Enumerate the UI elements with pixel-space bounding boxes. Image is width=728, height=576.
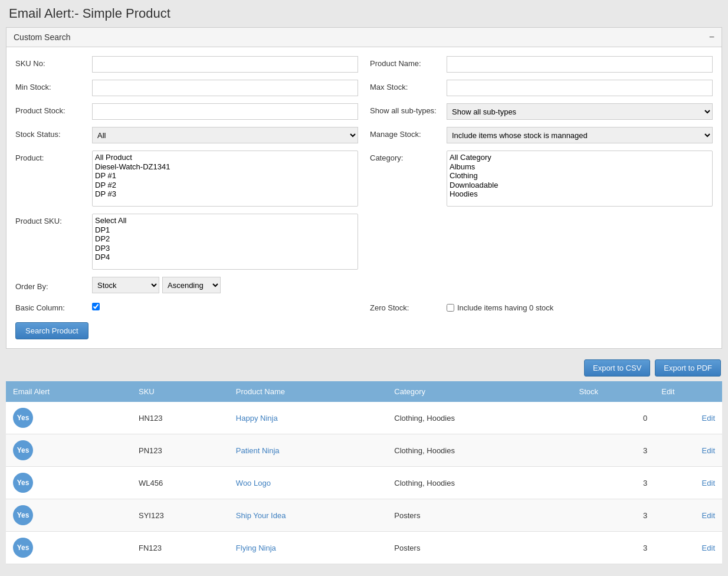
product-select[interactable]: All Product Diesel-Watch-DZ1341 DP #1 DP… (92, 150, 358, 207)
zero-stock-row: Zero Stock: Include items having 0 stock (370, 300, 713, 312)
product-sku-option-1: Select All (95, 216, 355, 225)
product-stock-label: Product Stock: (15, 103, 92, 115)
edit-link[interactable]: Edit (702, 544, 715, 552)
product-name-input[interactable] (447, 56, 713, 73)
table-row: Yes SYI123 Ship Your Idea Posters 3 Edit (6, 499, 722, 532)
product-name-label: Product Name: (370, 56, 447, 68)
show-subtypes-select[interactable]: Show all sub-types (447, 103, 713, 120)
min-stock-input[interactable] (92, 80, 358, 96)
cell-sku: FN123 (132, 532, 229, 564)
product-option-2: Diesel-Watch-DZ1341 (95, 162, 355, 172)
cell-edit: Edit (654, 402, 722, 434)
col-sku: SKU (132, 381, 229, 402)
cell-product-name: Patient Ninja (229, 434, 388, 467)
cell-product-name: Flying Ninja (229, 532, 388, 564)
cell-edit: Edit (654, 434, 722, 467)
search-product-button[interactable]: Search Product (15, 322, 88, 339)
cell-category: Posters (387, 499, 572, 532)
product-label: Product: (15, 150, 92, 162)
stock-status-label: Stock Status: (15, 127, 92, 139)
product-link[interactable]: Ship Your Idea (236, 511, 286, 520)
category-option-4: Downloadable (450, 181, 710, 190)
cell-sku: SYI123 (132, 499, 229, 532)
category-option-3: Clothing (450, 171, 710, 181)
category-option-5: Hoodies (450, 189, 710, 199)
order-by-field-select[interactable]: Stock Product Name SKU Category (92, 277, 159, 293)
order-by-row: Order By: Stock Product Name SKU Categor… (15, 277, 358, 293)
export-csv-button[interactable]: Export to CSV (584, 359, 650, 377)
edit-link[interactable]: Edit (702, 479, 715, 487)
zero-stock-checkbox[interactable] (447, 304, 454, 312)
stock-status-control: All (92, 127, 358, 143)
table-row: Yes HN123 Happy Ninja Clothing, Hoodies … (6, 402, 722, 434)
search-panel-header: Custom Search − (6, 28, 722, 47)
category-select[interactable]: All Category Albums Clothing Downloadabl… (447, 150, 713, 207)
cell-email-alert: Yes (6, 499, 132, 532)
cell-edit: Edit (654, 467, 722, 499)
order-by-selects: Stock Product Name SKU Category Ascendin… (92, 277, 221, 293)
product-option-1: All Product (95, 153, 355, 162)
product-stock-control (92, 103, 358, 120)
product-sku-select[interactable]: Select All DP1 DP2 DP3 DP4 (92, 214, 358, 270)
product-sku-option-2: DP1 (95, 225, 355, 235)
basic-column-checkbox-label (92, 303, 358, 310)
col-stock: Stock (572, 381, 654, 402)
sku-no-row: SKU No: (15, 56, 358, 73)
cell-sku: PN123 (132, 434, 229, 467)
product-link[interactable]: Woo Logo (236, 479, 271, 487)
product-stock-row: Product Stock: (15, 103, 358, 120)
page-title: Email Alert:- Simple Product (0, 0, 728, 27)
cell-category: Clothing, Hoodies (387, 434, 572, 467)
product-sku-row: Product SKU: Select All DP1 DP2 DP3 DP4 (15, 214, 358, 270)
sku-no-input[interactable] (92, 56, 358, 73)
form-grid: SKU No: Product Name: Min Stock: (15, 56, 713, 339)
show-subtypes-row: Show all sub-types: Show all sub-types (370, 103, 713, 120)
cell-sku: WL456 (132, 467, 229, 499)
product-link[interactable]: Happy Ninja (236, 414, 278, 423)
col-edit: Edit (654, 381, 722, 402)
order-direction-select[interactable]: Ascending Descending (162, 277, 221, 293)
export-bar: Export to CSV Export to PDF (0, 355, 728, 381)
max-stock-input[interactable] (447, 80, 713, 96)
min-stock-row: Min Stock: (15, 80, 358, 96)
sku-no-control (92, 56, 358, 73)
col-product-name: Product Name (229, 381, 388, 402)
edit-link[interactable]: Edit (702, 414, 715, 423)
cell-stock: 3 (572, 499, 654, 532)
sku-no-label: SKU No: (15, 56, 92, 68)
min-stock-label: Min Stock: (15, 80, 92, 91)
basic-column-control (92, 303, 358, 310)
product-link[interactable]: Patient Ninja (236, 446, 280, 455)
edit-link[interactable]: Edit (702, 511, 715, 520)
manage-stock-row: Manage Stock: Include items whose stock … (370, 127, 713, 143)
category-control: All Category Albums Clothing Downloadabl… (447, 150, 713, 207)
product-name-row: Product Name: (370, 56, 713, 73)
table-row: Yes FN123 Flying Ninja Posters 3 Edit (6, 532, 722, 564)
table-header-row: Email Alert SKU Product Name Category St… (6, 381, 722, 402)
cell-product-name: Happy Ninja (229, 402, 388, 434)
basic-column-checkbox[interactable] (92, 303, 100, 310)
max-stock-control (447, 80, 713, 96)
stock-status-select[interactable]: All (92, 127, 358, 143)
edit-link[interactable]: Edit (702, 446, 715, 455)
max-stock-label: Max Stock: (370, 80, 447, 91)
table-body: Yes HN123 Happy Ninja Clothing, Hoodies … (6, 402, 722, 564)
yes-badge: Yes (13, 440, 33, 460)
cell-email-alert: Yes (6, 434, 132, 467)
product-stock-input[interactable] (92, 103, 358, 120)
product-link[interactable]: Flying Ninja (236, 544, 276, 552)
product-option-4: DP #2 (95, 181, 355, 190)
product-sku-control: Select All DP1 DP2 DP3 DP4 (92, 214, 358, 270)
show-subtypes-label: Show all sub-types: (370, 103, 447, 115)
manage-stock-control: Include items whose stock is mannaged (447, 127, 713, 143)
cell-product-name: Woo Logo (229, 467, 388, 499)
manage-stock-select[interactable]: Include items whose stock is mannaged (447, 127, 713, 143)
search-panel: Custom Search − SKU No: Product Name: Mi… (6, 27, 722, 349)
product-option-5: DP #3 (95, 189, 355, 199)
search-button-row: Search Product (15, 322, 713, 339)
export-pdf-button[interactable]: Export to PDF (655, 359, 721, 377)
cell-edit: Edit (654, 499, 722, 532)
collapse-button[interactable]: − (709, 32, 714, 42)
cell-category: Clothing, Hoodies (387, 402, 572, 434)
zero-stock-checkbox-label: Include items having 0 stock (447, 300, 713, 312)
